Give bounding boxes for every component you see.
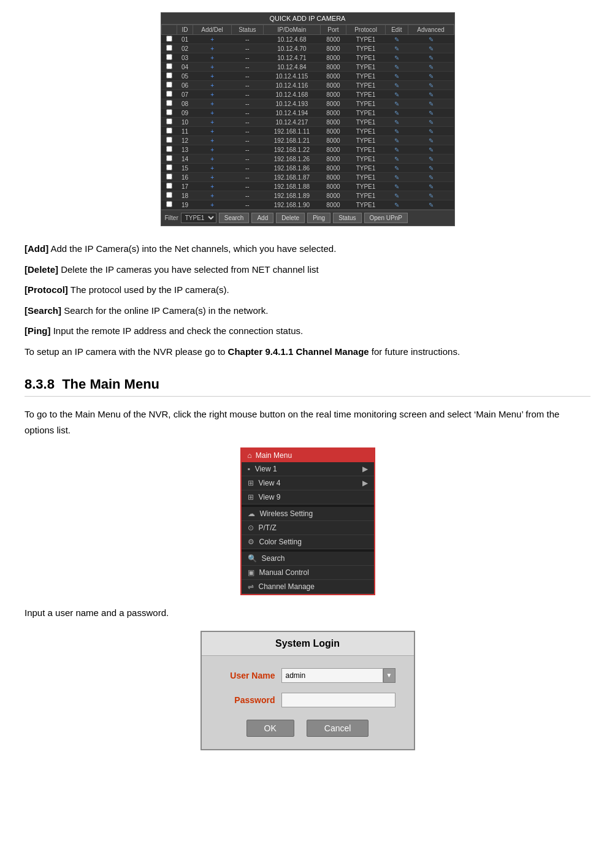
ping-button[interactable]: Ping (307, 213, 330, 223)
row-checkbox[interactable] (161, 164, 177, 173)
setup-text: To setup an IP camera with the NVR pleas… (25, 346, 228, 357)
menu-item-search[interactable]: 🔍 Search (242, 552, 374, 566)
row-advanced[interactable]: ✎ (408, 182, 454, 191)
ok-button[interactable]: OK (246, 720, 294, 737)
row-advanced[interactable]: ✎ (408, 191, 454, 200)
menu-item-view9[interactable]: ⊞ View 9 (242, 490, 374, 504)
row-checkbox[interactable] (161, 63, 177, 72)
row-checkbox[interactable] (161, 108, 177, 118)
row-id: 01 (177, 35, 193, 44)
row-edit[interactable]: ✎ (385, 191, 408, 200)
menu-item-view1[interactable]: ▪ View 1 ▶ (242, 462, 374, 476)
add-button[interactable]: Add (251, 213, 273, 223)
search-button[interactable]: Search (219, 213, 250, 223)
row-id: 07 (177, 90, 193, 99)
main-menu-title-text: Main Menu (256, 451, 292, 460)
password-input[interactable] (281, 693, 395, 707)
row-id: 12 (177, 136, 193, 145)
row-edit[interactable]: ✎ (385, 99, 408, 108)
row-advanced[interactable]: ✎ (408, 90, 454, 99)
row-edit[interactable]: ✎ (385, 108, 408, 118)
open-upnp-button[interactable]: Open UPnP (364, 213, 408, 223)
row-edit[interactable]: ✎ (385, 173, 408, 182)
username-dropdown-arrow[interactable]: ▼ (383, 668, 395, 683)
row-edit[interactable]: ✎ (385, 35, 408, 44)
row-protocol: TYPE1 (346, 136, 386, 145)
filter-select[interactable]: TYPE1 (181, 213, 216, 223)
row-id: 06 (177, 81, 193, 90)
row-advanced[interactable]: ✎ (408, 53, 454, 63)
row-checkbox[interactable] (161, 53, 177, 63)
row-edit[interactable]: ✎ (385, 200, 408, 210)
username-input[interactable] (281, 668, 383, 683)
row-edit[interactable]: ✎ (385, 72, 408, 81)
row-advanced[interactable]: ✎ (408, 108, 454, 118)
row-advanced[interactable]: ✎ (408, 63, 454, 72)
row-edit[interactable]: ✎ (385, 127, 408, 136)
row-edit[interactable]: ✎ (385, 154, 408, 164)
login-body: User Name ▼ Password OK Cancel (202, 656, 414, 749)
row-checkbox[interactable] (161, 35, 177, 44)
row-advanced[interactable]: ✎ (408, 118, 454, 127)
row-checkbox[interactable] (161, 81, 177, 90)
row-advanced[interactable]: ✎ (408, 145, 454, 154)
row-ip: 192.168.1.22 (263, 145, 320, 154)
row-edit[interactable]: ✎ (385, 136, 408, 145)
setup-suffix: for future instructions. (369, 346, 460, 357)
row-checkbox[interactable] (161, 118, 177, 127)
section-heading: 8.3.8 The Main Menu (25, 376, 590, 397)
row-checkbox[interactable] (161, 72, 177, 81)
menu-item-view4[interactable]: ⊞ View 4 ▶ (242, 476, 374, 490)
row-edit[interactable]: ✎ (385, 53, 408, 63)
row-checkbox[interactable] (161, 44, 177, 53)
row-protocol: TYPE1 (346, 118, 386, 127)
row-add: + (193, 72, 231, 81)
row-edit[interactable]: ✎ (385, 164, 408, 173)
row-edit[interactable]: ✎ (385, 118, 408, 127)
row-edit[interactable]: ✎ (385, 145, 408, 154)
row-checkbox[interactable] (161, 182, 177, 191)
row-protocol: TYPE1 (346, 127, 386, 136)
row-checkbox[interactable] (161, 173, 177, 182)
menu-item-color[interactable]: ⚙ Color Setting (242, 535, 374, 549)
row-checkbox[interactable] (161, 191, 177, 200)
row-edit[interactable]: ✎ (385, 90, 408, 99)
menu-item-channel-manage[interactable]: ⇌ Channel Manage (242, 580, 374, 594)
row-edit[interactable]: ✎ (385, 44, 408, 53)
status-button[interactable]: Status (333, 213, 361, 223)
row-checkbox[interactable] (161, 99, 177, 108)
row-advanced[interactable]: ✎ (408, 35, 454, 44)
row-status: -- (231, 63, 263, 72)
row-advanced[interactable]: ✎ (408, 127, 454, 136)
row-advanced[interactable]: ✎ (408, 72, 454, 81)
row-advanced[interactable]: ✎ (408, 164, 454, 173)
menu-item-ptz[interactable]: ⊙ P/T/Z (242, 521, 374, 535)
row-advanced[interactable]: ✎ (408, 173, 454, 182)
row-port: 8000 (320, 99, 346, 108)
intro-text: To go to the Main Menu of the NVR, click… (25, 406, 590, 438)
row-advanced[interactable]: ✎ (408, 200, 454, 210)
row-checkbox[interactable] (161, 90, 177, 99)
row-checkbox[interactable] (161, 127, 177, 136)
row-checkbox[interactable] (161, 136, 177, 145)
cancel-button[interactable]: Cancel (307, 720, 369, 737)
row-edit[interactable]: ✎ (385, 63, 408, 72)
row-checkbox[interactable] (161, 200, 177, 210)
row-advanced[interactable]: ✎ (408, 154, 454, 164)
menu-item-manual-control[interactable]: ▣ Manual Control (242, 566, 374, 580)
row-advanced[interactable]: ✎ (408, 136, 454, 145)
table-row: 06 + -- 10.12.4.116 8000 TYPE1 ✎ ✎ (161, 81, 454, 90)
row-id: 15 (177, 164, 193, 173)
table-row: 16 + -- 192.168.1.87 8000 TYPE1 ✎ ✎ (161, 173, 454, 182)
row-ip: 192.168.1.89 (263, 191, 320, 200)
row-checkbox[interactable] (161, 154, 177, 164)
row-edit[interactable]: ✎ (385, 81, 408, 90)
row-advanced[interactable]: ✎ (408, 44, 454, 53)
menu-item-wireless[interactable]: ☁ Wireless Setting (242, 507, 374, 521)
delete-button[interactable]: Delete (276, 213, 305, 223)
row-advanced[interactable]: ✎ (408, 99, 454, 108)
row-advanced[interactable]: ✎ (408, 81, 454, 90)
row-edit[interactable]: ✎ (385, 182, 408, 191)
row-checkbox[interactable] (161, 145, 177, 154)
row-ip: 192.168.1.88 (263, 182, 320, 191)
